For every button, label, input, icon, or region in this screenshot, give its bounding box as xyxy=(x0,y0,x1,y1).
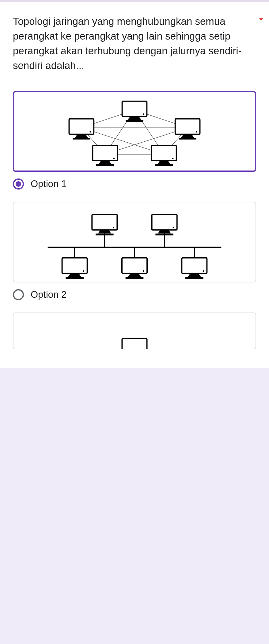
option-image-mesh[interactable] xyxy=(13,91,256,172)
option-block xyxy=(13,312,256,349)
option-radio-row[interactable]: Option 1 xyxy=(13,178,256,190)
question-card: Topologi jaringan yang menghubungkan sem… xyxy=(0,0,269,368)
option-label: Option 2 xyxy=(31,289,66,300)
question-row: Topologi jaringan yang menghubungkan sem… xyxy=(0,14,269,73)
partial-topology-icon xyxy=(13,313,256,349)
radio-icon xyxy=(13,178,24,190)
option-image-partial[interactable] xyxy=(13,312,256,349)
option-label: Option 1 xyxy=(31,178,66,190)
radio-icon xyxy=(13,289,24,300)
question-text: Topologi jaringan yang menghubungkan sem… xyxy=(13,14,256,73)
option-list: Option 1 xyxy=(0,73,269,349)
required-marker: * xyxy=(259,14,263,26)
mesh-topology-icon xyxy=(14,92,255,171)
bus-topology-icon xyxy=(13,202,256,282)
option-block: Option 2 xyxy=(13,202,256,300)
option-block: Option 1 xyxy=(13,91,256,190)
option-radio-row[interactable]: Option 2 xyxy=(13,289,256,300)
option-image-bus[interactable] xyxy=(13,202,256,282)
